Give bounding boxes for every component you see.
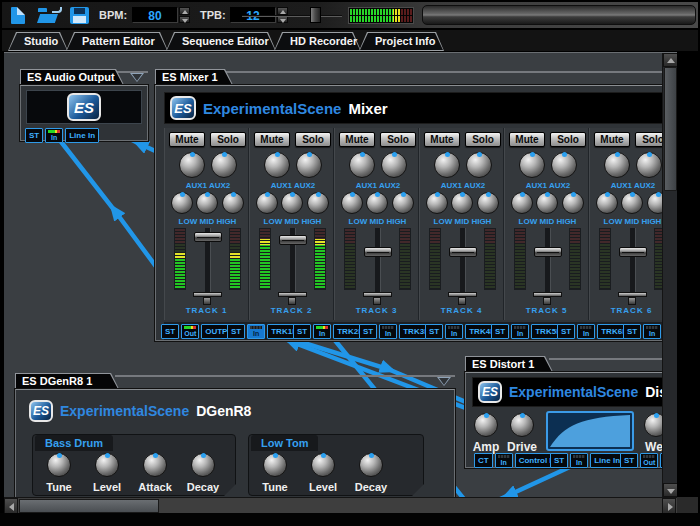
connector-meter-in[interactable]: In bbox=[643, 324, 661, 339]
solo-button[interactable]: Solo bbox=[550, 132, 586, 147]
high-knob[interactable] bbox=[477, 192, 499, 214]
aux2-knob[interactable] bbox=[211, 152, 237, 178]
volume-fader[interactable] bbox=[619, 247, 647, 257]
level-knob[interactable] bbox=[95, 453, 119, 477]
window-distort[interactable]: ES Distort 1 ES ExperimentalScene Distor… bbox=[465, 356, 677, 468]
horizontal-scrollbar[interactable] bbox=[4, 497, 677, 513]
connector-meter-in[interactable]: In bbox=[313, 324, 331, 339]
connector-meter-in[interactable]: In bbox=[379, 324, 397, 339]
tune-knob[interactable] bbox=[263, 453, 287, 477]
connector-st[interactable]: ST bbox=[620, 453, 638, 468]
tab-studio[interactable]: Studio bbox=[8, 32, 68, 51]
aux1-knob[interactable] bbox=[349, 152, 375, 178]
mid-knob[interactable] bbox=[536, 192, 558, 214]
aux2-knob[interactable] bbox=[636, 152, 662, 178]
high-knob[interactable] bbox=[392, 192, 414, 214]
low-knob[interactable] bbox=[596, 192, 618, 214]
mute-button[interactable]: Mute bbox=[169, 132, 205, 147]
studio-canvas[interactable]: ES Audio Output ES STInLine In ES Mixer … bbox=[4, 52, 677, 497]
low-knob[interactable] bbox=[256, 192, 278, 214]
connector-meter-in[interactable]: In bbox=[445, 324, 463, 339]
scroll-left-button[interactable] bbox=[4, 498, 18, 514]
mute-button[interactable]: Mute bbox=[339, 132, 375, 147]
tab-project-info[interactable]: Project Info bbox=[359, 32, 444, 51]
mute-button[interactable]: Mute bbox=[424, 132, 460, 147]
mid-knob[interactable] bbox=[451, 192, 473, 214]
mixer-title-tab[interactable]: ES Mixer 1 bbox=[155, 69, 233, 85]
mute-button[interactable]: Mute bbox=[254, 132, 290, 147]
amp-knob[interactable] bbox=[474, 413, 498, 437]
connector-st[interactable]: ST bbox=[425, 324, 443, 339]
low-knob[interactable] bbox=[341, 192, 363, 214]
aux2-knob[interactable] bbox=[466, 152, 492, 178]
connector-meter-out[interactable]: Out bbox=[640, 453, 658, 468]
solo-button[interactable]: Solo bbox=[295, 132, 331, 147]
decay-knob[interactable] bbox=[191, 453, 215, 477]
volume-fader[interactable] bbox=[449, 247, 477, 257]
high-knob[interactable] bbox=[562, 192, 584, 214]
solo-button[interactable]: Solo bbox=[465, 132, 501, 147]
level-knob[interactable] bbox=[311, 453, 335, 477]
horizontal-scroll-thumb[interactable] bbox=[19, 499, 159, 513]
volume-fader[interactable] bbox=[279, 235, 307, 245]
mid-knob[interactable] bbox=[366, 192, 388, 214]
connector-st[interactable]: ST bbox=[293, 324, 311, 339]
low-knob[interactable] bbox=[511, 192, 533, 214]
low-knob[interactable] bbox=[426, 192, 448, 214]
window-dgenr8[interactable]: ES DGenR8 1 ES ExperimentalScene DGenR8 … bbox=[15, 373, 455, 497]
pan-slider[interactable] bbox=[618, 291, 647, 305]
bpm-stepper[interactable] bbox=[179, 7, 190, 23]
aux1-knob[interactable] bbox=[264, 152, 290, 178]
master-volume-slider-track[interactable] bbox=[242, 15, 342, 17]
mute-button[interactable]: Mute bbox=[594, 132, 630, 147]
volume-fader[interactable] bbox=[364, 247, 392, 257]
fader-track[interactable] bbox=[545, 228, 551, 292]
save-project-icon[interactable] bbox=[70, 7, 89, 24]
pan-slider[interactable] bbox=[363, 291, 392, 305]
volume-fader[interactable] bbox=[194, 232, 222, 242]
connector-meter-in[interactable]: In bbox=[495, 453, 513, 468]
connector-st[interactable]: ST bbox=[25, 128, 43, 143]
pan-slider[interactable] bbox=[448, 291, 477, 305]
volume-fader[interactable] bbox=[534, 247, 562, 257]
connector-st[interactable]: ST bbox=[227, 324, 245, 339]
vertical-scroll-thumb[interactable] bbox=[664, 67, 677, 191]
tab-hd-recorder[interactable]: HD Recorder bbox=[274, 32, 361, 51]
low-knob[interactable] bbox=[171, 192, 193, 214]
decay-knob[interactable] bbox=[359, 453, 383, 477]
fader-track[interactable] bbox=[460, 228, 466, 292]
distort-title-tab[interactable]: ES Distort 1 bbox=[465, 356, 553, 372]
fader-track[interactable] bbox=[375, 228, 381, 292]
vertical-scrollbar[interactable] bbox=[662, 53, 677, 497]
master-volume-slider-handle[interactable] bbox=[310, 7, 321, 23]
connector-st[interactable]: ST bbox=[550, 453, 568, 468]
tab-pattern-editor[interactable]: Pattern Editor bbox=[66, 32, 168, 51]
connector-meter-in[interactable]: In bbox=[570, 453, 588, 468]
connector-meter-in[interactable]: In bbox=[247, 324, 265, 339]
tune-knob[interactable] bbox=[47, 453, 71, 477]
connector-st[interactable]: CT bbox=[474, 453, 493, 468]
aux2-knob[interactable] bbox=[381, 152, 407, 178]
connector-meter-out[interactable]: Out bbox=[181, 324, 199, 339]
tab-sequence-editor[interactable]: Sequence Editor bbox=[166, 32, 276, 51]
solo-button[interactable]: Solo bbox=[380, 132, 416, 147]
scroll-down-button[interactable] bbox=[663, 483, 677, 497]
aux1-knob[interactable] bbox=[604, 152, 630, 178]
connector-line-in[interactable]: Line In bbox=[65, 128, 99, 143]
mid-knob[interactable] bbox=[281, 192, 303, 214]
aux1-knob[interactable] bbox=[434, 152, 460, 178]
collapse-icon[interactable] bbox=[130, 73, 144, 82]
audio-output-title-tab[interactable]: ES Audio Output bbox=[20, 69, 124, 85]
connector-st[interactable]: ST bbox=[161, 324, 179, 339]
connector-st[interactable]: ST bbox=[557, 324, 575, 339]
drive-knob[interactable] bbox=[510, 413, 534, 437]
scroll-up-button[interactable] bbox=[663, 53, 677, 67]
connector-st[interactable]: ST bbox=[623, 324, 641, 339]
scroll-right-button[interactable] bbox=[662, 498, 676, 514]
aux1-knob[interactable] bbox=[519, 152, 545, 178]
new-project-icon[interactable] bbox=[11, 7, 25, 24]
fader-track[interactable] bbox=[630, 228, 636, 292]
connector-meter-in[interactable]: In bbox=[45, 128, 63, 143]
dgenr8-title-tab[interactable]: ES DGenR8 1 bbox=[15, 373, 119, 389]
mid-knob[interactable] bbox=[196, 192, 218, 214]
